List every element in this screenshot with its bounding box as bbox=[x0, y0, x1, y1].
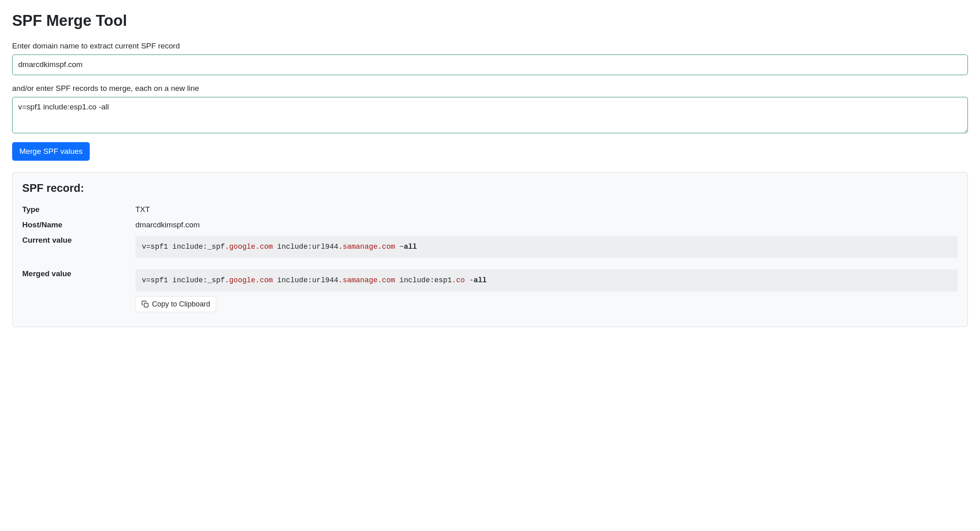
domain-form-group: Enter domain name to extract current SPF… bbox=[12, 42, 968, 75]
result-row-type: Type TXT bbox=[22, 204, 958, 214]
current-value-code: v=spf1 include:_spf.google.com include:u… bbox=[135, 236, 958, 258]
domain-input[interactable] bbox=[12, 55, 968, 75]
domain-label: Enter domain name to extract current SPF… bbox=[12, 42, 968, 50]
copy-button[interactable]: Copy to Clipboard bbox=[135, 296, 216, 312]
result-row-host: Host/Name dmarcdkimspf.com bbox=[22, 219, 958, 229]
type-value: TXT bbox=[135, 204, 958, 214]
merge-button[interactable]: Merge SPF values bbox=[12, 142, 90, 161]
page-title: SPF Merge Tool bbox=[12, 12, 968, 29]
svg-rect-0 bbox=[144, 303, 148, 307]
type-label: Type bbox=[22, 204, 135, 214]
merge-textarea[interactable]: v=spf1 include:esp1.co -all bbox=[12, 97, 968, 133]
merged-value-wrapper: v=spf1 include:_spf.google.com include:u… bbox=[135, 268, 958, 312]
result-heading: SPF record: bbox=[22, 182, 958, 195]
merged-label: Merged value bbox=[22, 268, 135, 278]
current-label: Current value bbox=[22, 234, 135, 245]
result-card: SPF record: Type TXT Host/Name dmarcdkim… bbox=[12, 172, 968, 327]
host-value: dmarcdkimspf.com bbox=[135, 219, 958, 229]
merge-label: and/or enter SPF records to merge, each … bbox=[12, 84, 968, 93]
copy-button-label: Copy to Clipboard bbox=[152, 300, 210, 309]
host-label: Host/Name bbox=[22, 219, 135, 229]
result-row-merged: Merged value v=spf1 include:_spf.google.… bbox=[22, 268, 958, 312]
merge-form-group: and/or enter SPF records to merge, each … bbox=[12, 84, 968, 133]
result-row-current: Current value v=spf1 include:_spf.google… bbox=[22, 234, 958, 263]
current-value-wrapper: v=spf1 include:_spf.google.com include:u… bbox=[135, 234, 958, 263]
copy-icon bbox=[141, 300, 149, 308]
merged-value-code: v=spf1 include:_spf.google.com include:u… bbox=[135, 269, 958, 292]
